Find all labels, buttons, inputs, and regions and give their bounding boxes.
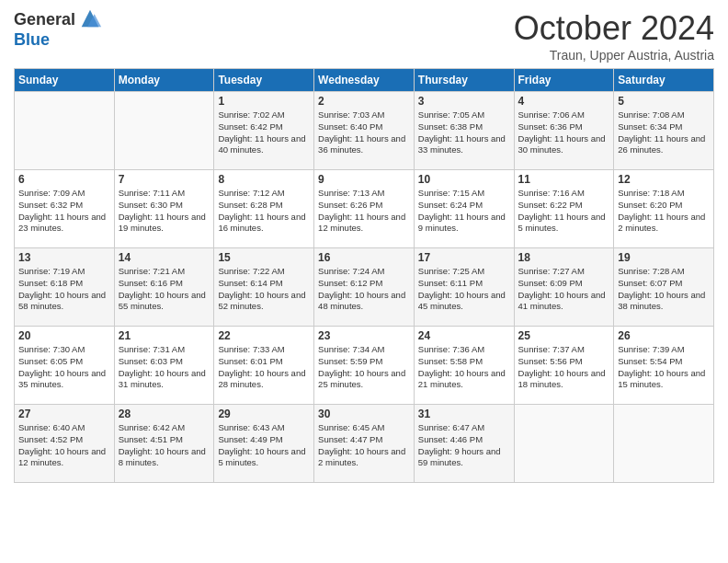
day-info: Sunrise: 7:21 AM Sunset: 6:16 PM Dayligh… <box>119 266 210 313</box>
day-info: Sunrise: 6:42 AM Sunset: 4:51 PM Dayligh… <box>119 422 210 469</box>
day-number: 13 <box>18 251 110 264</box>
col-friday: Friday <box>514 69 614 92</box>
logo-general-text: General <box>14 11 75 29</box>
table-row: 3Sunrise: 7:05 AM Sunset: 6:38 PM Daylig… <box>414 92 514 170</box>
page: General Blue October 2024 Traun, Upper A… <box>0 0 728 563</box>
day-info: Sunrise: 7:34 AM Sunset: 5:59 PM Dayligh… <box>318 344 410 391</box>
table-row: 2Sunrise: 7:03 AM Sunset: 6:40 PM Daylig… <box>314 92 415 170</box>
table-row: 6Sunrise: 7:09 AM Sunset: 6:32 PM Daylig… <box>15 170 115 248</box>
day-number: 22 <box>218 329 310 342</box>
table-row <box>614 405 714 483</box>
table-row <box>114 92 214 170</box>
day-number: 25 <box>518 329 610 342</box>
col-tuesday: Tuesday <box>214 69 314 92</box>
table-row: 8Sunrise: 7:12 AM Sunset: 6:28 PM Daylig… <box>214 170 314 248</box>
table-row <box>514 405 614 483</box>
day-info: Sunrise: 7:11 AM Sunset: 6:30 PM Dayligh… <box>119 188 210 235</box>
week-row-3: 13Sunrise: 7:19 AM Sunset: 6:18 PM Dayli… <box>15 248 714 327</box>
title-block: October 2024 Traun, Upper Austria, Austr… <box>514 9 714 63</box>
day-info: Sunrise: 7:08 AM Sunset: 6:34 PM Dayligh… <box>618 109 710 156</box>
table-row: 11Sunrise: 7:16 AM Sunset: 6:22 PM Dayli… <box>514 170 614 248</box>
day-info: Sunrise: 7:18 AM Sunset: 6:20 PM Dayligh… <box>618 188 710 235</box>
table-row: 15Sunrise: 7:22 AM Sunset: 6:14 PM Dayli… <box>214 248 314 327</box>
table-row: 9Sunrise: 7:13 AM Sunset: 6:26 PM Daylig… <box>314 170 415 248</box>
day-number: 11 <box>518 173 610 186</box>
day-info: Sunrise: 7:02 AM Sunset: 6:42 PM Dayligh… <box>218 109 310 156</box>
day-number: 16 <box>318 251 410 264</box>
table-row <box>15 92 115 170</box>
table-row: 24Sunrise: 7:36 AM Sunset: 5:58 PM Dayli… <box>414 327 514 405</box>
col-wednesday: Wednesday <box>314 69 415 92</box>
day-info: Sunrise: 7:37 AM Sunset: 5:56 PM Dayligh… <box>518 344 610 391</box>
col-monday: Monday <box>114 69 214 92</box>
table-row: 7Sunrise: 7:11 AM Sunset: 6:30 PM Daylig… <box>114 170 214 248</box>
table-row: 4Sunrise: 7:06 AM Sunset: 6:36 PM Daylig… <box>514 92 614 170</box>
day-info: Sunrise: 6:47 AM Sunset: 4:46 PM Dayligh… <box>418 422 510 469</box>
day-number: 20 <box>18 329 110 342</box>
day-number: 10 <box>418 173 510 186</box>
day-number: 30 <box>318 408 410 420</box>
day-number: 27 <box>18 408 110 420</box>
day-info: Sunrise: 7:16 AM Sunset: 6:22 PM Dayligh… <box>518 188 610 235</box>
day-info: Sunrise: 7:09 AM Sunset: 6:32 PM Dayligh… <box>18 188 110 235</box>
day-info: Sunrise: 7:15 AM Sunset: 6:24 PM Dayligh… <box>418 188 510 235</box>
table-row: 23Sunrise: 7:34 AM Sunset: 5:59 PM Dayli… <box>314 327 415 405</box>
day-info: Sunrise: 6:43 AM Sunset: 4:49 PM Dayligh… <box>218 422 310 469</box>
day-info: Sunrise: 7:28 AM Sunset: 6:07 PM Dayligh… <box>618 266 710 313</box>
day-info: Sunrise: 7:05 AM Sunset: 6:38 PM Dayligh… <box>418 109 510 156</box>
table-row: 13Sunrise: 7:19 AM Sunset: 6:18 PM Dayli… <box>15 248 115 327</box>
col-sunday: Sunday <box>15 69 115 92</box>
day-number: 28 <box>119 408 210 420</box>
day-number: 26 <box>618 329 710 342</box>
day-info: Sunrise: 7:27 AM Sunset: 6:09 PM Dayligh… <box>518 266 610 313</box>
logo-icon <box>77 6 103 31</box>
day-number: 18 <box>518 251 610 264</box>
table-row: 17Sunrise: 7:25 AM Sunset: 6:11 PM Dayli… <box>414 248 514 327</box>
day-info: Sunrise: 7:31 AM Sunset: 6:03 PM Dayligh… <box>119 344 210 391</box>
day-number: 7 <box>119 173 210 186</box>
day-number: 9 <box>318 173 410 186</box>
day-info: Sunrise: 7:13 AM Sunset: 6:26 PM Dayligh… <box>318 188 410 235</box>
table-row: 30Sunrise: 6:45 AM Sunset: 4:47 PM Dayli… <box>314 405 415 483</box>
day-info: Sunrise: 7:12 AM Sunset: 6:28 PM Dayligh… <box>218 188 310 235</box>
day-number: 8 <box>218 173 310 186</box>
table-row: 14Sunrise: 7:21 AM Sunset: 6:16 PM Dayli… <box>114 248 214 327</box>
day-number: 4 <box>518 95 610 108</box>
table-row: 19Sunrise: 7:28 AM Sunset: 6:07 PM Dayli… <box>614 248 714 327</box>
month-title: October 2024 <box>514 9 714 48</box>
table-row: 5Sunrise: 7:08 AM Sunset: 6:34 PM Daylig… <box>614 92 714 170</box>
table-row: 28Sunrise: 6:42 AM Sunset: 4:51 PM Dayli… <box>114 405 214 483</box>
header-row: Sunday Monday Tuesday Wednesday Thursday… <box>15 69 714 92</box>
day-number: 19 <box>618 251 710 264</box>
table-row: 1Sunrise: 7:02 AM Sunset: 6:42 PM Daylig… <box>214 92 314 170</box>
table-row: 25Sunrise: 7:37 AM Sunset: 5:56 PM Dayli… <box>514 327 614 405</box>
table-row: 18Sunrise: 7:27 AM Sunset: 6:09 PM Dayli… <box>514 248 614 327</box>
day-info: Sunrise: 7:25 AM Sunset: 6:11 PM Dayligh… <box>418 266 510 313</box>
day-number: 6 <box>18 173 110 186</box>
week-row-4: 20Sunrise: 7:30 AM Sunset: 6:05 PM Dayli… <box>15 327 714 405</box>
day-number: 17 <box>418 251 510 264</box>
table-row: 10Sunrise: 7:15 AM Sunset: 6:24 PM Dayli… <box>414 170 514 248</box>
day-info: Sunrise: 7:39 AM Sunset: 5:54 PM Dayligh… <box>618 344 710 391</box>
col-thursday: Thursday <box>414 69 514 92</box>
day-number: 2 <box>318 95 410 108</box>
day-number: 12 <box>618 173 710 186</box>
day-info: Sunrise: 7:33 AM Sunset: 6:01 PM Dayligh… <box>218 344 310 391</box>
week-row-1: 1Sunrise: 7:02 AM Sunset: 6:42 PM Daylig… <box>15 92 714 170</box>
table-row: 12Sunrise: 7:18 AM Sunset: 6:20 PM Dayli… <box>614 170 714 248</box>
day-number: 1 <box>218 95 310 108</box>
day-number: 3 <box>418 95 510 108</box>
day-info: Sunrise: 7:36 AM Sunset: 5:58 PM Dayligh… <box>418 344 510 391</box>
table-row: 27Sunrise: 6:40 AM Sunset: 4:52 PM Dayli… <box>15 405 115 483</box>
day-info: Sunrise: 7:24 AM Sunset: 6:12 PM Dayligh… <box>318 266 410 313</box>
table-row: 31Sunrise: 6:47 AM Sunset: 4:46 PM Dayli… <box>414 405 514 483</box>
day-number: 23 <box>318 329 410 342</box>
week-row-2: 6Sunrise: 7:09 AM Sunset: 6:32 PM Daylig… <box>15 170 714 248</box>
day-number: 31 <box>418 408 510 420</box>
subtitle: Traun, Upper Austria, Austria <box>514 48 714 63</box>
calendar-table: Sunday Monday Tuesday Wednesday Thursday… <box>14 68 714 483</box>
day-number: 29 <box>218 408 310 420</box>
table-row: 26Sunrise: 7:39 AM Sunset: 5:54 PM Dayli… <box>614 327 714 405</box>
week-row-5: 27Sunrise: 6:40 AM Sunset: 4:52 PM Dayli… <box>15 405 714 483</box>
day-number: 21 <box>119 329 210 342</box>
